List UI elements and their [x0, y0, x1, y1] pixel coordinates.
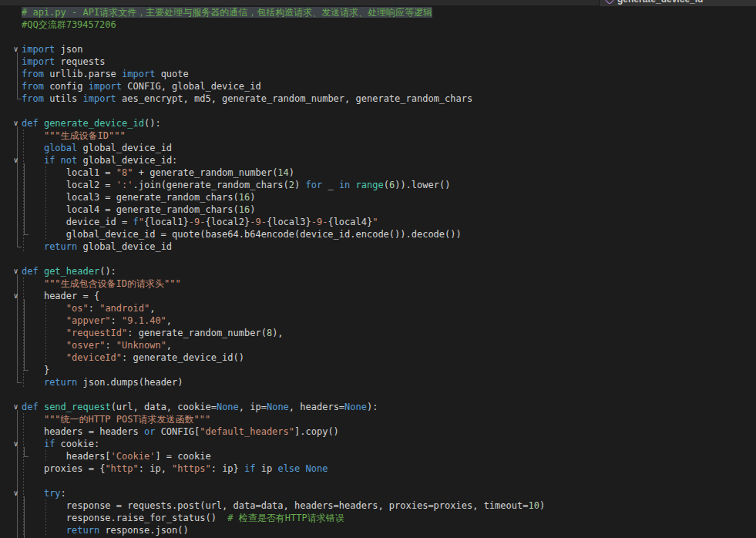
code-line[interactable] [0, 105, 756, 117]
code-token: "default_headers" [200, 426, 294, 437]
code-token: (url, data, cookie= [111, 402, 217, 412]
fold-chevron-icon[interactable]: ∨ [10, 43, 22, 55]
code-token [39, 402, 44, 412]
code-token: -9- [250, 217, 267, 227]
code-token: cookie: [55, 439, 99, 449]
code-line[interactable]: try: [0, 487, 756, 499]
code-token: return [44, 241, 77, 252]
code-line[interactable] [0, 475, 756, 487]
code-token: .join(generate_random_chars( [133, 180, 289, 190]
code-line[interactable]: def send_request(url, data, cookie=None,… [0, 401, 756, 413]
code-line[interactable]: """生成设备ID""" [0, 129, 756, 142]
code-token: response = requests.post(url, data=data,… [66, 500, 529, 511]
code-token: """生成包含设备ID的请求头""" [44, 278, 181, 289]
code-token: (): [144, 118, 161, 129]
code-line[interactable]: from utils import aes_encrypt, md5, gene… [0, 92, 756, 105]
code-line[interactable]: from config import CONFIG, global_device… [0, 80, 756, 92]
code-line[interactable]: response = requests.post(url, data=data,… [0, 499, 756, 512]
code-line[interactable] [0, 253, 756, 265]
code-token: response.raise_for_status() [66, 513, 228, 523]
code-token: -9- [189, 217, 206, 227]
code-line[interactable]: response.raise_for_status() # 检查是否有HTTP请… [0, 512, 756, 524]
code-token: generate_device_id [44, 118, 144, 129]
code-token: config [44, 81, 89, 92]
code-line[interactable]: def generate_device_id(): [0, 117, 756, 129]
code-line[interactable]: return json.dumps(header) [0, 376, 756, 388]
code-token: return [44, 377, 77, 388]
fold-chevron-icon[interactable]: ∨ [10, 487, 22, 499]
code-line[interactable]: local1 = "8" + generate_random_number(14… [0, 166, 756, 179]
code-token: , [166, 340, 172, 351]
code-line[interactable]: local2 = ':'.join(generate_random_chars(… [0, 179, 756, 191]
code-line[interactable] [0, 388, 756, 401]
code-line[interactable]: if cookie: [0, 438, 756, 450]
code-line[interactable]: proxies = {"http": ip, "https": ip} if i… [0, 462, 756, 475]
code-token: CONFIG[ [155, 426, 200, 437]
code-token: } [44, 365, 49, 375]
code-token: None [344, 402, 367, 412]
code-token: "appver" [66, 315, 111, 326]
code-line[interactable] [0, 31, 756, 43]
code-token: , [150, 303, 155, 314]
code-token: _ [322, 180, 339, 190]
code-line[interactable]: from urllib.parse import quote [0, 68, 756, 80]
code-token: local4 = generate_random_chars( [66, 204, 239, 215]
symbol-breadcrumb[interactable]: generate_device_id [599, 0, 756, 6]
code-line[interactable]: "deviceId": generate_device_id() [0, 351, 756, 364]
code-line[interactable]: global_device_id = quote(base64.b64encod… [0, 228, 756, 240]
code-token: ].copy() [294, 426, 339, 437]
code-token: global_device_id [77, 241, 172, 252]
code-line[interactable]: #QQ交流群739457206 [0, 18, 756, 31]
code-token: or [144, 426, 155, 437]
code-token: # api.py - API请求文件，主要处理与服务器的通信，包括构造请求、发送… [22, 7, 432, 18]
code-line[interactable]: def get_header(): [0, 265, 756, 277]
code-line[interactable]: } [0, 364, 756, 376]
code-line[interactable]: import requests [0, 55, 756, 68]
code-token [300, 463, 305, 474]
code-line[interactable]: import json [0, 43, 756, 55]
code-line[interactable]: "osver": "Unknown", [0, 339, 756, 351]
code-line[interactable]: "requestId": generate_random_number(8), [0, 327, 756, 339]
symbol-breadcrumb-label: generate_device_id [617, 0, 703, 5]
code-token: None [306, 463, 328, 474]
code-token: if [244, 463, 255, 474]
code-token: from [22, 69, 44, 79]
code-line[interactable]: # api.py - API请求文件，主要处理与服务器的通信，包括构造请求、发送… [0, 6, 756, 18]
fold-chevron-icon[interactable]: ∨ [10, 117, 22, 129]
code-line[interactable]: headers = headers or CONFIG["default_hea… [0, 425, 756, 438]
code-line[interactable]: global global_device_id [0, 142, 756, 154]
fold-chevron-icon[interactable]: ∨ [10, 265, 22, 277]
code-token: aes_encrypt, md5, generate_random_number… [116, 93, 472, 104]
code-line[interactable]: headers['Cookie'] = cookie [0, 450, 756, 462]
fold-chevron-icon[interactable]: ∨ [10, 438, 22, 450]
code-token: ) [250, 204, 255, 215]
code-token: ) [294, 180, 305, 190]
code-token: def [22, 266, 39, 277]
code-token: local3 = generate_random_chars( [66, 192, 239, 203]
code-line[interactable]: header = { [0, 290, 756, 302]
code-line[interactable]: device_id = f"{local1}-9-{local2}-9-{loc… [0, 216, 756, 228]
code-line[interactable]: return global_device_id [0, 240, 756, 253]
fold-chevron-icon[interactable]: ∨ [10, 154, 22, 166]
code-line[interactable]: """生成包含设备ID的请求头""" [0, 277, 756, 290]
code-line[interactable]: """统一的HTTP POST请求发送函数""" [0, 413, 756, 425]
code-token: # 检查是否有HTTP请求错误 [227, 513, 344, 523]
code-token: if [44, 155, 55, 166]
code-token: import [22, 56, 55, 67]
code-token: import [89, 81, 122, 92]
code-line[interactable]: local4 = generate_random_chars(16) [0, 203, 756, 216]
code-token: : ip} [211, 463, 244, 474]
code-token: ): [367, 402, 378, 412]
fold-chevron-icon[interactable]: ∨ [10, 290, 22, 302]
code-line[interactable]: return response.json() [0, 524, 756, 536]
code-token [39, 118, 44, 129]
code-token: ip [256, 463, 278, 474]
code-token: not [61, 155, 78, 166]
code-line[interactable]: "os": "android", [0, 302, 756, 314]
code-token: def [22, 402, 39, 412]
code-line[interactable]: local3 = generate_random_chars(16) [0, 191, 756, 203]
fold-chevron-icon[interactable]: ∨ [10, 401, 22, 413]
code-line[interactable]: if not global_device_id: [0, 154, 756, 166]
code-editor[interactable]: # api.py - API请求文件，主要处理与服务器的通信，包括构造请求、发送… [0, 6, 756, 538]
code-line[interactable]: "appver": "9.1.40", [0, 314, 756, 327]
